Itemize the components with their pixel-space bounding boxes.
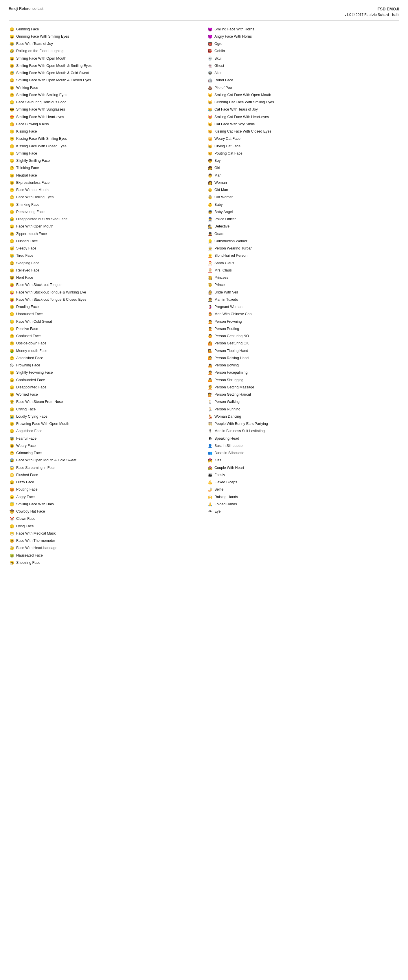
- list-item: 🤔Thinking Face: [9, 164, 201, 172]
- list-item: 🚶Person Walking: [207, 398, 399, 406]
- list-item: 💃Woman Dancing: [207, 413, 399, 420]
- list-item: 👴Old Man: [207, 186, 399, 194]
- list-item: 😑Expressionless Face: [9, 179, 201, 186]
- emoji-icon: 🕵: [207, 224, 213, 228]
- item-label: Person Tipping Hand: [214, 348, 248, 354]
- emoji-icon: 😡: [9, 488, 15, 492]
- list-item: 💩Pile of Poo: [207, 84, 399, 91]
- item-label: Grimacing Face: [16, 450, 42, 456]
- emoji-icon: 💂: [207, 232, 213, 236]
- emoji-icon: 🚶: [207, 400, 213, 404]
- item-label: Disappointed Face: [16, 384, 46, 390]
- list-item: 😛Face With Stuck-out Tongue: [9, 281, 201, 288]
- list-item: 👻Ghost: [207, 62, 399, 70]
- item-label: Construction Worker: [214, 238, 248, 244]
- item-label: Rolling on the Floor Laughing: [16, 48, 64, 54]
- item-label: Face With Open Mouth & Cold Sweat: [16, 457, 76, 463]
- list-item: 🤤Drooling Face: [9, 303, 201, 310]
- list-item: 🤖Robot Face: [207, 77, 399, 84]
- emoji-icon: 😛: [9, 283, 15, 287]
- emoji-icon: 🙇: [207, 364, 213, 367]
- list-item: 🤓Nerd Face: [9, 274, 201, 281]
- emoji-icon: 😊: [9, 93, 15, 97]
- emoji-icon: 🙁: [9, 371, 15, 374]
- emoji-icon: 😰: [9, 458, 15, 462]
- list-item: 😔Pensive Face: [9, 325, 201, 332]
- emoji-icon: 👰: [207, 291, 213, 294]
- emoji-icon: 😹: [207, 108, 213, 111]
- item-label: Boy: [214, 158, 221, 164]
- item-label: Person Getting Haircut: [214, 391, 251, 398]
- item-label: Smiling Face: [16, 151, 37, 157]
- emoji-icon: 😆: [9, 78, 15, 82]
- item-label: Selfie: [214, 487, 223, 493]
- item-label: Guard: [214, 231, 225, 237]
- emoji-icon: 😓: [9, 320, 15, 324]
- emoji-icon: 💩: [207, 86, 213, 90]
- emoji-icon: 😒: [9, 312, 15, 316]
- item-label: Worried Face: [16, 391, 38, 398]
- list-item: 🤤Face Savouring Delicious Food: [9, 99, 201, 106]
- app-title: FSD EMOJI: [344, 6, 399, 12]
- list-item: 😡Pouting Face: [9, 486, 201, 493]
- item-label: Dizzy Face: [16, 479, 34, 485]
- item-label: Kissing Cat Face With Closed Eyes: [214, 129, 271, 135]
- emoji-icon: 😷: [9, 532, 15, 535]
- item-label: Person Frowning: [214, 319, 242, 325]
- item-label: Fearful Face: [16, 436, 37, 442]
- emoji-icon: 🤥: [9, 525, 15, 528]
- item-label: Kissing Face With Smiling Eyes: [16, 136, 67, 142]
- emoji-icon: 😩: [9, 444, 15, 448]
- item-label: Person Raising Hand: [214, 355, 249, 361]
- item-label: Police Officer: [214, 216, 236, 222]
- list-item: 👧Girl: [207, 164, 399, 172]
- emoji-icon: 🙏: [207, 503, 213, 506]
- item-label: Man in Tuxedo: [214, 297, 238, 303]
- emoji-icon: 👻: [207, 64, 213, 68]
- item-label: Folded Hands: [214, 501, 237, 508]
- emoji-icon: 🤤: [9, 100, 15, 104]
- item-label: Weary Cat Face: [214, 136, 240, 142]
- emoji-icon: 😾: [207, 152, 213, 156]
- item-label: Blond-haired Person: [214, 253, 248, 259]
- list-item: 👶Baby: [207, 201, 399, 208]
- list-item: 😹Cat Face With Tears of Joy: [207, 106, 399, 113]
- item-label: Speaking Head: [214, 436, 239, 442]
- item-label: Woman Dancing: [214, 414, 241, 420]
- emoji-icon: 😽: [207, 130, 213, 134]
- emoji-icon: 😦: [9, 422, 15, 426]
- item-label: Person Bowing: [214, 362, 239, 368]
- list-item: 😒Unamused Face: [9, 310, 201, 318]
- item-label: Frowning Face: [16, 362, 40, 368]
- list-item: 😭Loudly Crying Face: [9, 413, 201, 420]
- emoji-icon: 😃: [9, 57, 15, 60]
- emoji-icon: 😼: [207, 123, 213, 126]
- item-label: Man in Business Suit Levitating: [214, 428, 265, 434]
- item-label: Disappointed but Relieved Face: [16, 216, 67, 222]
- item-label: Expressionless Face: [16, 180, 49, 186]
- emoji-icon: 👥: [207, 451, 213, 455]
- emoji-icon: 😮: [9, 224, 15, 228]
- emoji-icon: 🤢: [9, 554, 15, 557]
- item-label: Persevering Face: [16, 209, 44, 215]
- list-item: 😪Tired Face: [9, 252, 201, 259]
- emoji-icon: 🙅: [207, 334, 213, 338]
- emoji-icon: 😸: [207, 100, 213, 104]
- emoji-icon: 🤑: [9, 349, 15, 353]
- item-label: Old Woman: [214, 194, 233, 200]
- header-right: FSD EMOJI v1.0 © 2017 Fabrizio Schiavi -…: [344, 6, 399, 18]
- item-label: Sneezing Face: [16, 560, 40, 566]
- list-item: 😶Face Without Mouth: [9, 186, 201, 194]
- list-item: 😤Face With Steam From Nose: [9, 398, 201, 406]
- emoji-icon: 🤳: [207, 488, 213, 492]
- emoji-icon: 🤖: [207, 78, 213, 82]
- list-item: 🙆Person Gesturing OK: [207, 340, 399, 347]
- emoji-icon: 😲: [9, 356, 15, 360]
- emoji-icon: 👩: [207, 181, 213, 185]
- emoji-icon: 👱: [207, 254, 213, 258]
- list-item: 😣Persevering Face: [9, 208, 201, 216]
- item-label: Raising Hands: [214, 494, 238, 500]
- app-version: v1.0 © 2017 Fabrizio Schiavi - fsd.it: [344, 12, 399, 18]
- emoji-icon: 🤒: [9, 539, 15, 542]
- emoji-icon: ☹: [9, 364, 15, 367]
